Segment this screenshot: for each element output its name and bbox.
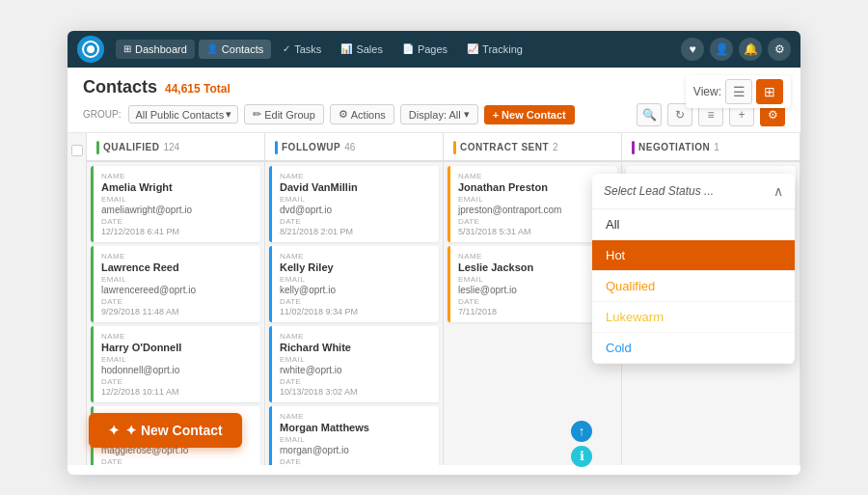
list-icon: ☰ [733,84,746,99]
dropdown-title: Select Lead Status ... [604,184,714,198]
col-title-contract: CONTRACT SENT [460,142,549,152]
contact-name: Lawrence Reed [101,261,253,273]
name-label: NAME [280,412,431,421]
col-count-negotiation: 1 [714,142,719,152]
settings-icon[interactable]: ⚙ [768,38,791,61]
top-nav: ⊞ Dashboard 👤 Contacts ✓ Tasks 📊 Sales 📄… [68,31,800,68]
card-kelly-riley[interactable]: NAME Kelly Riley EMAIL kelly@oprt.io DAT… [269,246,439,322]
contact-email: lawrencereed@oprt.io [101,285,253,295]
nav-item-sales[interactable]: 📊 Sales [333,40,391,59]
name-label: NAME [280,332,431,341]
contact-email: morgan@oprt.io [280,445,431,455]
new-contact-floating-btn[interactable]: ✦ ✦ New Contact [89,413,242,448]
edit-group-btn[interactable]: ✏ Edit Group [244,104,324,124]
date-label: DATE [280,457,431,465]
lead-status-dropdown: Select Lead Status ... ∧ All Hot Qualifi… [592,174,795,364]
name-label: NAME [458,172,610,180]
contact-name: Kelly Riley [280,261,431,273]
nav-item-dashboard[interactable]: ⊞ Dashboard [116,40,195,59]
email-label: EMAIL [280,195,431,204]
kanban-view-btn[interactable]: ⊞ [756,79,783,104]
col-count-contract: 2 [553,142,558,152]
bell-icon[interactable]: 🔔 [739,38,762,61]
contact-name: Harry O'Donnell [101,342,253,353]
dropdown-item-all[interactable]: All [592,209,795,240]
card-richard-white[interactable]: NAME Richard White EMAIL rwhite@oprt.io … [269,326,439,402]
user-icon[interactable]: 👤 [710,38,733,61]
actions-btn[interactable]: ⚙ Actions [330,104,394,124]
dropdown-item-qualified[interactable]: Qualified [592,271,795,302]
contact-name: David VanMillin [280,181,431,193]
email-label: EMAIL [280,355,431,364]
list-view-btn[interactable]: ☰ [725,79,752,104]
nav-logo[interactable] [77,36,104,63]
contact-name: Morgan Matthews [280,422,431,433]
dropdown-header: Select Lead Status ... ∧ [592,174,795,209]
search-icon-btn[interactable]: 🔍 [637,103,662,126]
select-all-checkbox[interactable] [71,145,83,156]
email-label: EMAIL [458,275,610,284]
card-amelia-wright[interactable]: NAME Amelia Wright EMAIL ameliawright@op… [91,166,260,242]
actions-icon: ⚙ [339,108,348,121]
chevron-down-icon: ▾ [226,108,231,121]
contact-name: Leslie Jackson [458,261,610,273]
app-container: ⊞ Dashboard 👤 Contacts ✓ Tasks 📊 Sales 📄… [68,31,800,475]
col-header-qualified: QUALIFIED 124 [87,133,264,162]
heart-icon[interactable]: ♥ [681,38,704,61]
dropdown-item-cold[interactable]: Cold [592,333,795,364]
card-lawrence-reed[interactable]: NAME Lawrence Reed EMAIL lawrencereed@op… [91,246,260,322]
contact-date: 10/13/2018 3:02 AM [280,387,431,397]
date-label: DATE [280,297,431,306]
name-label: NAME [101,252,253,261]
contact-email: ameliawright@oprt.io [101,205,253,215]
kanban-icon: ⊞ [764,84,775,99]
col-stripe-followup [275,141,278,154]
nav-item-contacts[interactable]: 👤 Contacts [199,40,271,59]
dropdown-item-hot[interactable]: Hot [592,240,795,271]
card-morgan-matthews[interactable]: NAME Morgan Matthews EMAIL morgan@oprt.i… [269,406,439,465]
new-contact-btn-toolbar[interactable]: + New Contact [484,105,575,124]
nav-item-pages[interactable]: 📄 Pages [394,40,455,59]
nav-item-tasks[interactable]: ✓ Tasks [275,40,329,59]
col-stripe-contract [453,141,456,154]
date-label: DATE [458,297,610,306]
new-contact-label: ✦ New Contact [125,423,223,438]
col-header-contract-sent: CONTRACT SENT 2 [444,133,621,162]
nav-item-tracking[interactable]: 📈 Tracking [459,40,530,59]
date-label: DATE [101,217,253,226]
card-harry-odonnell[interactable]: NAME Harry O'Donnell EMAIL hodonnell@opr… [91,326,260,402]
title-row: Contacts 44,615 Total [83,77,785,97]
contact-email: jpreston@ontraport.com [458,205,610,215]
pages-icon: 📄 [402,43,414,54]
name-label: NAME [280,172,431,180]
name-label: NAME [280,252,431,261]
card-david-vanmillin[interactable]: NAME David VanMillin EMAIL dvd@oprt.io D… [269,166,439,242]
display-btn[interactable]: Display: All ▾ [400,104,478,124]
dropdown-chevron-icon[interactable]: ∧ [773,183,783,199]
chevron-down-icon-2: ▾ [464,108,470,121]
sales-icon: 📊 [340,43,352,54]
toolbar-row: GROUP: All Public Contacts ▾ ✏ Edit Grou… [83,103,785,126]
group-select[interactable]: All Public Contacts ▾ [128,105,238,124]
name-label: NAME [101,172,253,180]
contact-date: 11/02/2018 9:34 PM [280,307,431,316]
contact-date: 5/31/2018 5:31 AM [458,227,610,236]
contact-email: dvd@oprt.io [280,205,431,215]
page-count: 44,615 Total [165,82,231,96]
col-title-negotiation: NEGOTIATION [638,142,710,152]
col-header-followup: FOLLOWUP 46 [265,133,443,162]
checkbox-col [68,133,87,465]
nav-logo-inner [84,42,97,56]
date-label: DATE [101,377,253,386]
dashboard-icon: ⊞ [123,43,131,54]
contacts-icon: 👤 [206,43,218,54]
date-label: DATE [280,217,431,226]
nav-actions: ♥ 👤 🔔 ⚙ [681,38,791,61]
email-label: EMAIL [101,355,253,364]
scroll-up-icon[interactable]: ↑ [571,421,592,442]
info-icon[interactable]: ℹ [571,446,592,467]
view-toggle: View: ☰ ⊞ [686,75,791,108]
contact-date: 7/11/2018 [458,307,610,316]
group-label: GROUP: [83,109,121,120]
dropdown-item-lukewarm[interactable]: Lukewarm [592,302,795,333]
